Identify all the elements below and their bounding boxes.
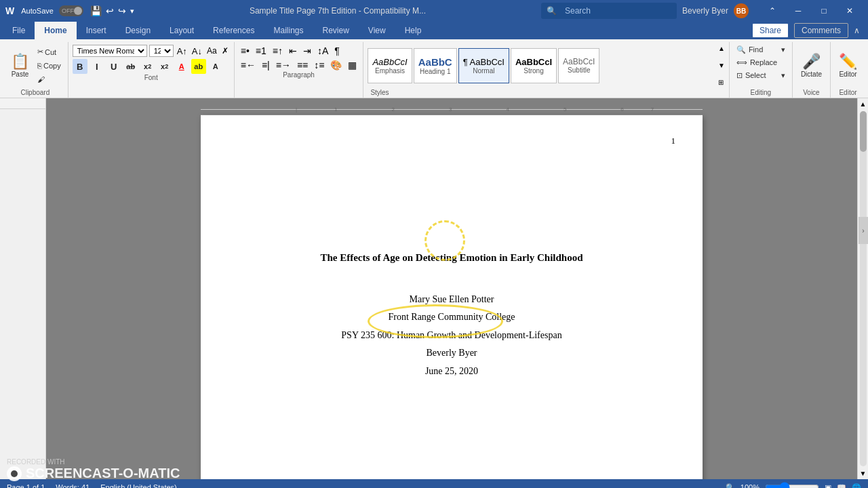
voice-label: Voice — [797, 89, 826, 98]
style-subtitle[interactable]: AaBbCcI Subtitle — [558, 48, 599, 83]
tab-home[interactable]: Home — [35, 22, 76, 39]
zoom-slider[interactable] — [765, 482, 819, 488]
tab-view[interactable]: View — [359, 22, 395, 39]
view-reader-icon[interactable]: 📖 — [837, 483, 846, 489]
title-bar-left: W AutoSave OFF 💾 ↩ ↪ ▾ — [5, 5, 134, 16]
style-emphasis[interactable]: AaBbCcI Emphasis — [368, 48, 412, 83]
find-dropdown-icon[interactable]: ▾ — [781, 45, 785, 54]
undo-icon[interactable]: ↩ — [106, 5, 114, 16]
align-right-btn[interactable]: ≡→ — [274, 59, 293, 71]
share-button[interactable]: Share — [752, 23, 789, 38]
tab-review[interactable]: Review — [313, 22, 358, 39]
zoom-icon[interactable]: 🔍 — [726, 483, 735, 489]
select-button[interactable]: ⊡ Select ▾ — [734, 69, 788, 81]
doc-line-instructor[interactable]: Beverly Byer — [426, 346, 477, 361]
autosave-toggle[interactable]: OFF — [59, 5, 83, 16]
superscript-button[interactable]: x2 — [157, 59, 172, 74]
replace-button[interactable]: ⟺ Replace — [734, 56, 788, 68]
editor-icon: ✏️ — [839, 53, 857, 70]
save-icon[interactable]: 💾 — [90, 5, 102, 16]
tab-insert[interactable]: Insert — [77, 22, 116, 39]
line-spacing-btn[interactable]: ↕≡ — [312, 59, 326, 71]
doc-line-author[interactable]: Mary Sue Ellen Potter — [410, 292, 494, 307]
right-collapse-btn[interactable]: › — [859, 217, 868, 244]
styles-label: Styles — [368, 89, 724, 98]
comments-button[interactable]: Comments — [794, 23, 848, 38]
change-case-btn[interactable]: Aa — [205, 45, 218, 56]
subscript-button[interactable]: x2 — [140, 59, 155, 74]
style-normal[interactable]: ¶ AaBbCcI Normal — [458, 48, 509, 83]
title-bar: W AutoSave OFF 💾 ↩ ↪ ▾ Sample Title Page… — [0, 0, 868, 22]
show-marks-btn[interactable]: ¶ — [332, 45, 342, 57]
copy-button[interactable]: ⎘ Copy — [35, 60, 64, 72]
bullet-list-btn[interactable]: ≡• — [239, 45, 252, 57]
decrease-font-btn[interactable]: A↓ — [191, 45, 203, 57]
document-page[interactable]: 1 The Effects of Age on Detecting Emotio… — [201, 115, 703, 479]
shading-btn[interactable]: 🎨 — [328, 59, 344, 71]
restore-button[interactable]: □ — [811, 0, 837, 22]
doc-line-course[interactable]: PSY 235 600: Human Growth and Developmen… — [341, 328, 561, 343]
select-dropdown-icon[interactable]: ▾ — [781, 71, 785, 80]
number-list-btn[interactable]: ≡1 — [254, 45, 269, 57]
styles-expand[interactable]: ⊞ — [718, 79, 725, 86]
format-painter-button[interactable]: 🖌 — [35, 73, 64, 85]
clear-format-btn[interactable]: ✗ — [220, 45, 230, 56]
tab-mailings[interactable]: Mailings — [264, 22, 313, 39]
tab-references[interactable]: References — [203, 22, 264, 39]
border-btn[interactable]: ▦ — [346, 59, 359, 71]
styles-scroll-up[interactable]: ▲ — [718, 45, 725, 52]
italic-button[interactable]: I — [90, 59, 104, 74]
scrollbar-up-btn[interactable]: ▲ — [858, 98, 868, 110]
align-left-btn[interactable]: ≡← — [239, 59, 258, 71]
paste-button[interactable]: 📋 Paste — [7, 47, 33, 84]
font-color-btn[interactable]: A — [174, 59, 189, 74]
scrollbar-thumb[interactable] — [860, 111, 867, 152]
minimize-button[interactable]: ─ — [785, 0, 811, 22]
dictate-button[interactable]: 🎤 Dictate — [797, 47, 826, 84]
bold-button[interactable]: B — [73, 59, 87, 74]
tab-help[interactable]: Help — [395, 22, 431, 39]
align-row: ≡← ≡| ≡→ ≡≡ ↕≡ 🎨 ▦ — [239, 59, 359, 71]
multilevel-list-btn[interactable]: ≡↑ — [271, 45, 285, 57]
ribbon-collapse-btn[interactable]: ⌃ — [760, 0, 785, 22]
sort-btn[interactable]: ↕A — [315, 45, 330, 57]
scrollbar-down-btn[interactable]: ▼ — [858, 468, 868, 479]
align-justify-btn[interactable]: ≡≡ — [295, 59, 310, 71]
font-size-select[interactable]: 12 — [149, 45, 174, 57]
ruler-mark: 6 — [620, 106, 623, 113]
avatar[interactable]: BB — [734, 3, 749, 18]
view-normal-icon[interactable]: ▣ — [825, 483, 831, 489]
find-button[interactable]: 🔍 Find ▾ — [734, 43, 788, 56]
styles-scroll-down[interactable]: ▼ — [718, 62, 725, 69]
strikethrough-button[interactable]: ab — [123, 59, 138, 74]
style-strong[interactable]: AaBbCcI Strong — [511, 48, 557, 83]
tab-design[interactable]: Design — [116, 22, 160, 39]
tab-layout[interactable]: Layout — [160, 22, 203, 39]
increase-font-btn[interactable]: A↑ — [176, 45, 189, 57]
increase-indent-btn[interactable]: ⇥ — [301, 45, 313, 57]
scrollbar-track[interactable] — [860, 111, 867, 466]
tab-file[interactable]: File — [3, 22, 35, 39]
main-layout: | 1 2 3 4 5 6 7 1 The Effects of Age on … — [0, 98, 868, 479]
text-effect-btn[interactable]: A — [208, 59, 223, 74]
font-family-select[interactable]: Times New Roman — [73, 45, 147, 57]
underline-button[interactable]: U — [106, 59, 121, 74]
decrease-indent-btn[interactable]: ⇤ — [287, 45, 299, 57]
group-editor: ✏️ Editor Editor — [831, 42, 865, 98]
align-center-btn[interactable]: ≡| — [260, 59, 272, 71]
view-web-icon[interactable]: 🌐 — [852, 483, 861, 489]
clipboard-tools: 📋 Paste ✂ Cut ⎘ Copy 🖌 — [7, 42, 64, 89]
search-input[interactable] — [559, 4, 668, 18]
redo-icon[interactable]: ↪ — [118, 5, 126, 16]
close-button[interactable]: ✕ — [837, 0, 863, 22]
collapse-ribbon-icon[interactable]: ∧ — [854, 26, 860, 35]
style-heading1[interactable]: AaBbC Heading 1 — [414, 48, 457, 83]
document-area[interactable]: | 1 2 3 4 5 6 7 1 The Effects of Age on … — [46, 98, 857, 479]
ruler-mark: 2 — [392, 106, 395, 113]
cut-button[interactable]: ✂ Cut — [35, 46, 64, 58]
doc-line-institution[interactable]: Front Range Community College — [388, 310, 515, 325]
highlight-btn[interactable]: ab — [191, 59, 206, 74]
editor-button[interactable]: ✏️ Editor — [835, 47, 861, 84]
format-painter-icon: 🖌 — [37, 75, 45, 83]
doc-line-date[interactable]: June 25, 2020 — [425, 364, 478, 379]
